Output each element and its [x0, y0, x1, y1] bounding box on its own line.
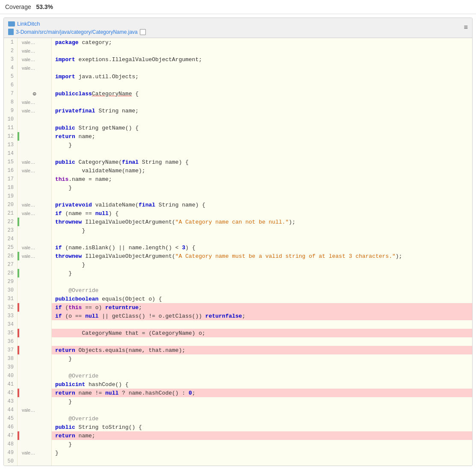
line-number: 24 [4, 235, 18, 243]
line-number: 25 [4, 243, 18, 252]
code-line: 5import java.util.Objects; [4, 72, 472, 81]
line-code-content [52, 192, 472, 201]
line-coverage [18, 303, 52, 312]
coverage-label: Coverage [5, 3, 31, 10]
line-code-content [52, 149, 472, 158]
code-line: 47 return name; [4, 431, 472, 440]
line-coverage [18, 423, 52, 431]
line-coverage: vale… [18, 252, 52, 260]
line-coverage [18, 192, 52, 201]
file-icon [8, 29, 14, 35]
line-code-content: public String getName() { [52, 124, 472, 132]
line-coverage: vale… [18, 106, 52, 115]
line-number: 37 [4, 346, 18, 354]
code-line: 49vale…} [4, 448, 472, 457]
line-coverage: vale… [18, 38, 52, 47]
file-panel-header: LinkDitch 3-Domain/src/main/java/categor… [4, 18, 472, 38]
line-coverage [18, 414, 52, 423]
line-number: 28 [4, 269, 18, 277]
code-line: 37 return Objects.equals(name, that.name… [4, 346, 472, 354]
menu-icon[interactable]: ≡ [464, 24, 468, 32]
line-number: 12 [4, 132, 18, 141]
code-line: 19 [4, 192, 472, 201]
line-coverage [18, 277, 52, 286]
line-code-content [52, 47, 472, 55]
file-path-label: 3-Domain/src/main/java/category/Category… [16, 29, 138, 35]
line-coverage [18, 269, 52, 277]
line-number: 50 [4, 457, 18, 466]
code-area: 1vale…package category;2vale…3vale…impor… [4, 38, 472, 466]
line-number: 4 [4, 64, 18, 72]
line-number: 34 [4, 320, 18, 329]
line-code-content: } [52, 226, 472, 235]
line-code-content: @Override [52, 372, 472, 380]
line-code-content: private void validateName(final String n… [52, 201, 472, 209]
line-code-content: import exeptions.IllegalValueObjectArgum… [52, 55, 472, 64]
code-line: 15vale… public CategoryName(final String… [4, 158, 472, 166]
line-number: 31 [4, 295, 18, 303]
line-code-content: import java.util.Objects; [52, 72, 472, 81]
line-coverage [18, 218, 52, 226]
code-line: 23 } [4, 226, 472, 235]
line-number: 22 [4, 218, 18, 226]
line-coverage [18, 457, 52, 466]
line-coverage [18, 354, 52, 363]
line-code-content [52, 337, 472, 346]
coverage-indicator [18, 329, 19, 337]
line-coverage [18, 235, 52, 243]
line-code-content: public int hashCode() { [52, 380, 472, 389]
line-number: 18 [4, 183, 18, 192]
line-coverage [18, 295, 52, 303]
line-number: 16 [4, 166, 18, 175]
line-code-content: } [52, 141, 472, 149]
line-number: 46 [4, 423, 18, 431]
code-line: 18 } [4, 183, 472, 192]
line-code-content: } [52, 260, 472, 269]
code-line: 13 } [4, 141, 472, 149]
code-line: 38 } [4, 354, 472, 363]
line-code-content: private final String name; [52, 106, 472, 115]
line-code-content: public String toString() { [52, 423, 472, 431]
code-line: 9vale… private final String name; [4, 106, 472, 115]
code-line: 39 [4, 363, 472, 372]
code-line: 44vale… [4, 406, 472, 414]
line-code-content [52, 64, 472, 72]
line-coverage [18, 397, 52, 406]
copy-icon[interactable] [140, 29, 146, 35]
code-line: 7⊙public class CategoryName { [4, 89, 472, 98]
line-coverage [18, 72, 52, 81]
line-coverage [18, 380, 52, 389]
line-code-content: public CategoryName(final String name) { [52, 158, 472, 166]
folder-icon [8, 21, 15, 27]
line-coverage: vale… [18, 158, 52, 166]
line-code-content [52, 277, 472, 286]
code-line: 29 [4, 277, 472, 286]
line-code-content: @Override [52, 286, 472, 295]
line-number: 2 [4, 47, 18, 55]
line-coverage: vale… [18, 98, 52, 106]
line-code-content [52, 406, 472, 414]
line-code-content: return name != null ? name.hashCode() : … [52, 389, 472, 397]
line-code-content: public boolean equals(Object o) { [52, 295, 472, 303]
line-code-content: return name; [52, 132, 472, 141]
line-number: 5 [4, 72, 18, 81]
line-number: 26 [4, 252, 18, 260]
line-number: 15 [4, 158, 18, 166]
line-code-content: } [52, 183, 472, 192]
line-coverage [18, 312, 52, 320]
line-coverage: vale… [18, 47, 52, 55]
line-coverage [18, 115, 52, 124]
code-line: 31 public boolean equals(Object o) { [4, 295, 472, 303]
code-line: 11 public String getName() { [4, 124, 472, 132]
code-line: 32 if (this == o) return true; [4, 303, 472, 312]
line-number: 44 [4, 406, 18, 414]
coverage-indicator [18, 269, 19, 277]
code-line: 24 [4, 235, 472, 243]
line-number: 17 [4, 175, 18, 183]
line-number: 27 [4, 260, 18, 269]
line-code-content [52, 235, 472, 243]
code-line: 43 } [4, 397, 472, 406]
code-line: 50 [4, 457, 472, 466]
line-coverage: vale… [18, 166, 52, 175]
line-code-content: if (o == null || getClass() != o.getClas… [52, 312, 472, 320]
